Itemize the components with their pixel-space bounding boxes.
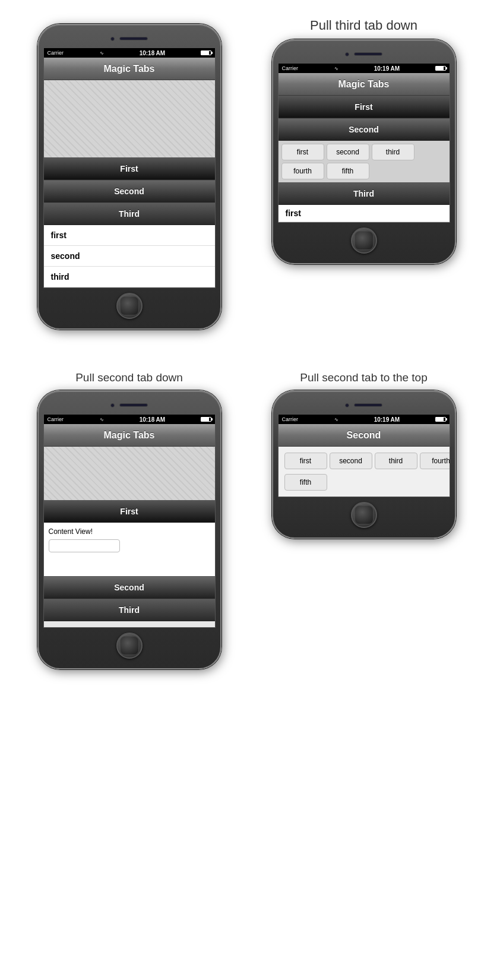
home-button-phone2[interactable] <box>351 227 377 254</box>
grid-tile-fourth-phone2[interactable]: fourth <box>281 163 324 179</box>
status-bar-phone2: Carrier ∿ 10:19 AM <box>279 64 450 73</box>
grid-row1-phone4: first second third fourth <box>284 453 444 469</box>
tab-third-label-phone1: Third <box>119 209 140 219</box>
nav-bar-phone2: Magic Tabs <box>279 73 450 96</box>
speaker-phone2 <box>354 52 382 56</box>
tab-third-label-phone3: Third <box>119 605 140 615</box>
carrier-phone1: Carrier <box>48 50 64 56</box>
home-button-phone4[interactable] <box>351 502 377 528</box>
label-phone2: Pull third tab down <box>310 18 417 33</box>
nav-bar-phone3: Magic Tabs <box>44 424 215 447</box>
grid-tile-second-phone4[interactable]: second <box>330 453 372 469</box>
grid-tile-fourth-phone4[interactable]: fourth <box>420 453 450 469</box>
speaker-phone3 <box>119 403 148 407</box>
nav-bar-phone1: Magic Tabs <box>44 58 215 80</box>
tab-first-phone2[interactable]: First <box>279 96 450 118</box>
tab-first-phone1[interactable]: First <box>44 157 215 180</box>
tab-first-phone3[interactable]: First <box>44 500 215 523</box>
grid-container-phone4: first second third fourth fifth <box>279 447 450 497</box>
tab-third-phone2[interactable]: Third <box>279 182 450 205</box>
camera-phone1 <box>110 37 115 41</box>
home-button-inner-phone2 <box>355 231 374 250</box>
tab-third-phone3[interactable]: Third <box>44 599 215 621</box>
grid-tile-third-phone2[interactable]: third <box>372 144 414 160</box>
battery-phone2 <box>435 66 446 71</box>
time-phone3: 10:18 AM <box>140 416 166 423</box>
screen-phone1: Carrier ∿ 10:18 AM Magic Tabs First Seco <box>43 48 216 288</box>
label-phone3: Pull second tab down <box>75 371 183 384</box>
tab-third-label-phone2: Third <box>353 189 374 198</box>
list-view-phone2: first <box>279 205 450 222</box>
grid-row1-phone2: first second third <box>281 144 414 160</box>
quadrant-phone4: Pull second tab to the top Carrier ∿ 10:… <box>246 365 481 687</box>
content-view-phone3: Content View! <box>44 523 215 576</box>
status-bar-phone1: Carrier ∿ 10:18 AM <box>44 48 215 58</box>
iphone-phone1: Carrier ∿ 10:18 AM Magic Tabs First Seco <box>37 24 221 330</box>
grid-tile-third-phone4[interactable]: third <box>375 453 417 469</box>
wifi-icon-phone4: ∿ <box>334 417 338 422</box>
battery-phone4 <box>435 417 446 422</box>
quadrant-phone1: Carrier ∿ 10:18 AM Magic Tabs First Seco <box>12 12 246 347</box>
wifi-icon-phone3: ∿ <box>100 417 104 422</box>
grid-row2-phone2: fourth fifth <box>281 163 369 179</box>
tab-second-label-phone3: Second <box>114 583 144 592</box>
nav-title-phone1: Magic Tabs <box>104 64 155 74</box>
tab-first-label-phone2: First <box>355 102 372 112</box>
camera-phone4 <box>345 403 349 407</box>
camera-phone3 <box>110 403 115 407</box>
home-button-phone1[interactable] <box>116 293 143 319</box>
iphone-phone4: Carrier ∿ 10:19 AM Second first second t… <box>272 390 456 539</box>
nav-title-phone3: Magic Tabs <box>104 430 155 441</box>
home-button-inner-phone3 <box>120 636 139 655</box>
nav-bar-phone4: Second <box>279 424 450 447</box>
grid-tile-first-phone4[interactable]: first <box>284 453 327 469</box>
battery-phone3 <box>201 417 211 422</box>
tab-first-label-phone3: First <box>120 507 138 516</box>
time-phone4: 10:19 AM <box>374 416 400 423</box>
screen-filler-phone3 <box>44 621 215 627</box>
list-item-first-phone1: first <box>44 225 215 246</box>
iphone-phone2: Carrier ∿ 10:19 AM Magic Tabs First Seco… <box>272 39 456 264</box>
screen-phone3: Carrier ∿ 10:18 AM Magic Tabs First Cont <box>43 414 216 628</box>
grid-tile-fifth-phone4[interactable]: fifth <box>284 474 327 491</box>
list-item-third-phone1: third <box>44 267 215 287</box>
home-button-inner-phone4 <box>355 505 374 524</box>
label-phone4: Pull second tab to the top <box>300 371 427 384</box>
tab-first-label-phone1: First <box>120 164 138 173</box>
list-item-first-phone2: first <box>279 205 450 222</box>
screen-phone2: Carrier ∿ 10:19 AM Magic Tabs First Seco… <box>278 63 450 223</box>
speaker-phone4 <box>354 403 382 407</box>
wifi-icon-phone1: ∿ <box>100 50 104 56</box>
tab-second-label-phone2: Second <box>349 125 379 134</box>
tab-second-phone1[interactable]: Second <box>44 180 215 203</box>
grid-tile-first-phone2[interactable]: first <box>281 144 324 160</box>
tab-second-phone3[interactable]: Second <box>44 576 215 599</box>
iphone-top-phone2 <box>278 49 450 59</box>
camera-phone2 <box>345 52 349 56</box>
wifi-icon-phone2: ∿ <box>334 66 338 71</box>
carrier-phone4: Carrier <box>282 416 299 422</box>
content-label-phone3: Content View! <box>49 527 210 536</box>
tab-second-phone2[interactable]: Second <box>279 118 450 141</box>
home-button-inner-phone1 <box>120 296 139 315</box>
grid-row2-phone4: fifth <box>284 474 444 491</box>
home-button-phone3[interactable] <box>116 633 143 659</box>
speaker-phone1 <box>119 37 148 40</box>
iphone-top-phone4 <box>278 400 450 410</box>
iphone-top-phone3 <box>43 400 216 410</box>
content-input-phone3[interactable] <box>49 539 120 552</box>
tab-third-phone1[interactable]: Third <box>44 203 215 225</box>
grid-tile-second-phone2[interactable]: second <box>327 144 369 160</box>
grid-view-phone2: first second third fourth fifth <box>279 141 450 182</box>
status-bar-phone3: Carrier ∿ 10:18 AM <box>44 415 215 424</box>
list-item-second-phone1: second <box>44 246 215 267</box>
tab-second-label-phone1: Second <box>114 186 144 196</box>
screen-phone4: Carrier ∿ 10:19 AM Second first second t… <box>278 414 450 497</box>
content-bg-phone1 <box>44 80 215 157</box>
iphone-phone3: Carrier ∿ 10:18 AM Magic Tabs First Cont <box>37 390 221 669</box>
quadrant-phone3: Pull second tab down Carrier ∿ 10:18 AM … <box>12 365 246 687</box>
time-phone2: 10:19 AM <box>374 65 400 72</box>
iphone-top-phone1 <box>43 33 216 44</box>
grid-tile-fifth-phone2[interactable]: fifth <box>327 163 369 179</box>
time-phone1: 10:18 AM <box>140 50 166 56</box>
